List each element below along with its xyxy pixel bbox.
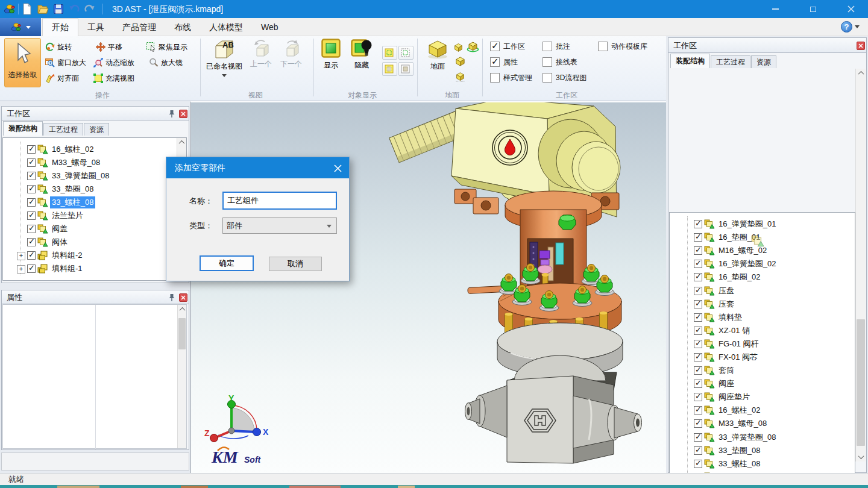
ground-button[interactable]: 地面 (422, 39, 453, 72)
scroll-down-button[interactable] (856, 452, 866, 461)
visibility-checkbox[interactable] (694, 433, 702, 442)
tree-item[interactable]: 16_弹簧垫圈_01 (670, 217, 855, 231)
visibility-checkbox[interactable] (694, 260, 702, 268)
visibility-checkbox[interactable] (694, 406, 702, 414)
ground-option-2-button[interactable] (467, 40, 479, 52)
model-pipe[interactable] (468, 286, 503, 293)
display-mode-4-button[interactable] (398, 62, 414, 76)
tree-item[interactable]: 33_弹簧垫圈_08 (670, 431, 855, 444)
show-button[interactable]: 显示 (319, 39, 342, 70)
expand-toggle-icon[interactable] (16, 237, 26, 247)
hide-button[interactable]: 隐藏 (348, 39, 375, 70)
expand-toggle-icon[interactable] (683, 219, 693, 229)
menu-tab[interactable]: 开始 (42, 18, 78, 36)
expand-toggle-icon[interactable] (16, 251, 26, 260)
expand-toggle-icon[interactable] (683, 233, 693, 242)
panel-close-button[interactable] (179, 293, 187, 302)
visibility-checkbox[interactable] (27, 251, 36, 260)
ribbon-checkbox[interactable]: 批注 (542, 41, 570, 52)
tree-item[interactable]: 阀体 (3, 236, 186, 249)
expand-toggle-icon[interactable] (683, 405, 693, 415)
panel-tab[interactable]: 资源 (751, 55, 776, 68)
tree-item[interactable]: 填料组-2 (3, 249, 186, 262)
window-zoom-button[interactable]: 窗口放大 (43, 55, 88, 70)
previous-view-button[interactable]: 上一个 (246, 39, 276, 69)
open-file-button[interactable] (36, 2, 49, 16)
dynamic-zoom-button[interactable]: 动态缩放 (92, 55, 136, 70)
tree-item[interactable]: 16_螺柱_02 (3, 143, 186, 156)
scroll-up-button[interactable] (856, 69, 866, 78)
expand-toggle-icon[interactable] (16, 158, 26, 167)
tree-item[interactable]: M33_螺母_08 (3, 156, 186, 169)
ribbon-checkbox[interactable]: 属性 (490, 57, 518, 67)
menu-tab[interactable]: 人体模型 (200, 18, 252, 36)
scroll-up-button[interactable] (178, 305, 186, 314)
ground-option-1-button[interactable] (453, 42, 464, 52)
panel-tab[interactable]: 装配结构 (670, 54, 710, 68)
ribbon-checkbox[interactable]: 样式管理 (490, 72, 532, 83)
visibility-checkbox[interactable] (694, 380, 702, 388)
visibility-checkbox[interactable] (694, 233, 702, 242)
ok-button[interactable]: 确定 (200, 255, 254, 271)
name-input[interactable] (222, 192, 337, 210)
redo-button[interactable] (83, 2, 96, 16)
panel-close-button[interactable] (179, 110, 187, 118)
next-view-button[interactable]: 下一个 (276, 39, 306, 69)
visibility-checkbox[interactable] (694, 273, 702, 281)
tree-item[interactable]: 阀座垫片 (670, 390, 855, 404)
expand-toggle-icon[interactable] (683, 286, 693, 296)
visibility-checkbox[interactable] (694, 446, 702, 455)
expand-toggle-icon[interactable] (683, 313, 693, 322)
panel-tab[interactable]: 资源 (84, 123, 109, 136)
chevron-down-icon[interactable] (855, 25, 860, 28)
menu-tab[interactable]: 布线 (165, 18, 200, 36)
ribbon-checkbox[interactable]: 动作模板库 (598, 41, 647, 52)
visibility-checkbox[interactable] (694, 419, 702, 428)
tree-item[interactable]: 16_垫圈_01 (670, 231, 855, 244)
type-dropdown[interactable]: 部件 (222, 217, 337, 234)
visibility-checkbox[interactable] (694, 353, 702, 361)
ribbon-checkbox[interactable]: 工作区 (490, 41, 525, 52)
expand-toggle-icon[interactable] (683, 352, 693, 362)
tree-item[interactable]: 16_垫圈_02 (670, 271, 855, 284)
tree-item[interactable]: 压套 (670, 298, 855, 311)
minimize-button[interactable] (761, 0, 790, 18)
tree-item[interactable]: M16_螺母_02 (670, 244, 855, 257)
undo-button[interactable] (68, 2, 81, 16)
display-mode-3-button[interactable] (382, 62, 397, 76)
expand-toggle-icon[interactable] (16, 198, 26, 207)
visibility-checkbox[interactable] (27, 264, 36, 273)
visibility-checkbox[interactable] (27, 158, 36, 167)
expand-toggle-icon[interactable] (683, 366, 693, 375)
tree-item[interactable]: 33_弹簧垫圈_08 (3, 169, 186, 183)
model-valve-body[interactable] (465, 355, 642, 463)
ground-option-4-button[interactable] (455, 71, 465, 83)
scrollbar-thumb[interactable] (178, 318, 186, 349)
align-face-button[interactable]: 对齐面 (43, 71, 81, 86)
expand-toggle-icon[interactable] (683, 379, 693, 389)
visibility-checkbox[interactable] (27, 198, 36, 207)
expand-toggle-icon[interactable] (683, 259, 693, 269)
magnifier-button[interactable]: 放大镜 (147, 55, 184, 70)
tree-item[interactable]: 填料组-1 (3, 262, 186, 275)
named-views-button[interactable]: AB 已命名视图 (205, 39, 244, 77)
expand-toggle-icon[interactable] (683, 446, 693, 455)
expand-toggle-icon[interactable] (683, 433, 693, 442)
visibility-checkbox[interactable] (27, 225, 36, 233)
fit-view-button[interactable]: 充满视图 (92, 71, 136, 86)
dialog-close-button[interactable] (332, 163, 343, 174)
scrollbar-thumb[interactable] (857, 319, 865, 446)
expand-toggle-icon[interactable] (683, 339, 693, 349)
expand-toggle-icon[interactable] (683, 459, 693, 469)
tree-item[interactable]: 33_垫圈_08 (3, 183, 186, 196)
tree-item[interactable]: FG-01 阀杆 (670, 337, 855, 351)
properties-scrollbar[interactable] (177, 305, 186, 448)
visibility-checkbox[interactable] (27, 172, 36, 180)
focus-display-button[interactable]: 聚焦显示 (145, 40, 189, 54)
right-tree-scrollbar[interactable] (855, 69, 866, 461)
panel-tab[interactable]: 工艺过程 (711, 55, 750, 68)
visibility-checkbox[interactable] (27, 145, 36, 154)
ground-option-3-button[interactable] (454, 55, 466, 67)
tree-item[interactable]: 33_垫圈_08 (670, 444, 855, 457)
tree-item[interactable]: 16_螺柱_02 (670, 404, 855, 417)
